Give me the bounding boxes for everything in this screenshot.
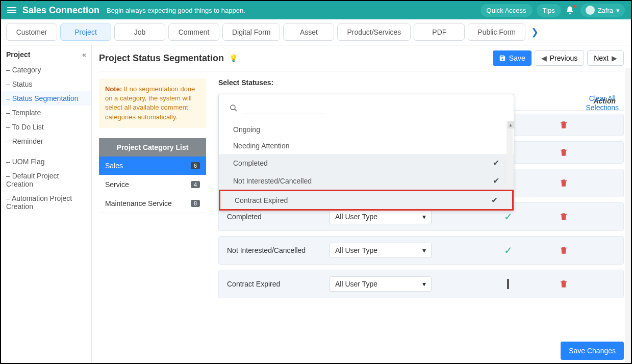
notification-dot — [573, 5, 576, 8]
select-statuses-label: Select Statuses: — [218, 79, 624, 87]
usertype-value: All User Type — [335, 280, 377, 288]
usertype-value: All User Type — [335, 213, 377, 221]
dropdown-item-label: Needing Attention — [233, 142, 290, 150]
category-name: Sales — [105, 162, 123, 170]
avatar-icon — [586, 6, 595, 15]
col-action: Action — [560, 97, 616, 105]
status-search-input[interactable] — [243, 101, 325, 114]
sidebar-item-status-segmentation[interactable]: – Status Segmentation — [1, 91, 91, 106]
sidebar-item-automation-project-creation[interactable]: – Automation Project Creation — [1, 191, 91, 214]
sidebar-item-reminder[interactable]: – Reminder — [1, 134, 91, 148]
trash-icon[interactable] — [559, 120, 615, 129]
next-button[interactable]: Next ▶ — [587, 50, 624, 66]
tab-product-services[interactable]: Product/Services — [337, 23, 411, 41]
sidebar-collapse-icon[interactable]: « — [82, 50, 86, 59]
sidebar-item-template[interactable]: – Template — [1, 106, 91, 120]
menu-icon[interactable] — [7, 7, 16, 13]
caret-left-icon: ◀ — [541, 54, 547, 62]
tips-button[interactable]: Tips — [537, 4, 561, 17]
trash-icon[interactable] — [559, 148, 615, 157]
status-name: Not Interested/Cancelled — [227, 246, 330, 254]
dropdown-item-completed[interactable]: Completed ✔ — [219, 154, 514, 172]
user-name: Zafra — [598, 7, 613, 14]
dropdown-item-label: Ongoing — [233, 125, 260, 134]
status-name: Contract Expired — [227, 280, 330, 288]
tab-pdf[interactable]: PDF — [414, 23, 465, 41]
usertype-dropdown[interactable]: All User Type ▾ — [330, 209, 432, 224]
dropdown-item-needing-attention[interactable]: Needing Attention — [219, 138, 514, 154]
tab-job[interactable]: Job — [114, 23, 165, 41]
check-icon[interactable]: ✓ — [457, 211, 559, 223]
previous-button[interactable]: ◀ Previous — [535, 50, 584, 66]
category-count: 4 — [191, 181, 200, 188]
topbar: Sales Connection Begin always expecting … — [1, 1, 631, 19]
svg-line-1 — [235, 109, 237, 111]
tagline: Begin always expecting good things to ha… — [107, 7, 245, 14]
sidebar-heading: Project — [6, 50, 30, 59]
save-button[interactable]: Save — [493, 50, 532, 66]
save-button-label: Save — [509, 54, 525, 62]
tabstrip-scroll-right[interactable]: ❯ — [528, 23, 542, 41]
category-row-sales[interactable]: Sales 6 — [99, 157, 206, 175]
sidebar-item-category[interactable]: – Category — [1, 63, 91, 77]
check-icon: ✔ — [493, 176, 499, 186]
dropdown-item-label: Not Interested/Cancelled — [233, 177, 312, 185]
svg-point-0 — [231, 105, 235, 110]
user-menu[interactable]: Zafra ▾ — [580, 4, 625, 17]
checkbox-unchecked[interactable] — [507, 279, 509, 289]
tab-public-form[interactable]: Public Form — [468, 23, 525, 41]
category-count: 8 — [191, 200, 200, 207]
check-icon[interactable]: ✓ — [457, 244, 559, 256]
trash-icon[interactable] — [559, 212, 615, 221]
category-name: Service — [105, 180, 129, 189]
lightbulb-icon[interactable]: 💡 — [229, 54, 238, 62]
tab-strip: Customer Project Job Comment Digital For… — [1, 19, 631, 45]
status-row-contract-expired: Contract Expired All User Type ▾ — [218, 270, 624, 298]
save-changes-button[interactable]: Save Changes — [561, 342, 624, 360]
sidebar-item-default-project-creation[interactable]: – Default Project Creation — [1, 169, 91, 191]
bell-icon[interactable] — [565, 6, 576, 15]
page-title: Project Status Segmentation — [99, 53, 224, 64]
check-icon: ✔ — [493, 158, 499, 168]
dropdown-item-contract-expired[interactable]: Contract Expired ✔ 5 — [219, 190, 514, 211]
trash-icon[interactable] — [559, 279, 615, 289]
status-dropdown: ▲ Ongoing Needing Attention Completed ✔ — [218, 94, 514, 211]
trash-icon[interactable] — [559, 246, 615, 255]
trash-icon[interactable] — [559, 178, 615, 188]
tab-project[interactable]: Project — [60, 23, 111, 41]
tab-digital-form[interactable]: Digital Form — [222, 23, 280, 41]
category-count: 6 — [191, 162, 200, 169]
dropdown-item-label: Completed — [233, 159, 268, 167]
dropdown-item-label: Contract Expired — [235, 196, 288, 204]
brand-name: Sales Connection — [22, 5, 99, 16]
sidebar-item-todo[interactable]: – To Do List — [1, 120, 91, 134]
note-label: Note: — [105, 85, 122, 93]
category-row-maintenance[interactable]: Maintenance Service 8 — [99, 194, 206, 213]
usertype-dropdown[interactable]: All User Type ▾ — [330, 243, 432, 258]
chevron-down-icon: ▾ — [616, 7, 620, 14]
tab-comment[interactable]: Comment — [168, 23, 219, 41]
content: Project Status Segmentation 💡 Save ◀ Pre… — [92, 45, 631, 363]
dropdown-item-ongoing[interactable]: Ongoing — [219, 121, 514, 138]
category-row-service[interactable]: Service 4 — [99, 175, 206, 194]
previous-button-label: Previous — [550, 54, 577, 62]
statuses-panel: Select Statuses: Clear All Selections St… — [218, 79, 624, 358]
chevron-down-icon: ▾ — [422, 246, 426, 254]
tab-customer[interactable]: Customer — [6, 23, 57, 41]
save-disk-icon — [499, 55, 506, 62]
category-list: Project Category List Sales 6 Service 4 … — [99, 138, 206, 213]
usertype-dropdown[interactable]: All User Type ▾ — [330, 276, 432, 292]
chevron-down-icon: ▾ — [422, 213, 426, 221]
sidebar-item-status[interactable]: – Status — [1, 77, 91, 91]
usertype-value: All User Type — [335, 246, 377, 254]
scroll-up-icon[interactable]: ▲ — [508, 121, 514, 128]
category-list-title: Project Category List — [99, 138, 206, 157]
dropdown-item-not-interested[interactable]: Not Interested/Cancelled ✔ — [219, 172, 514, 190]
caret-right-icon: ▶ — [612, 54, 617, 62]
tab-asset[interactable]: Asset — [283, 23, 334, 41]
note-box: Note: If no segmentation done on a categ… — [99, 79, 206, 128]
search-icon — [229, 103, 238, 113]
status-row-cancelled: Not Interested/Cancelled All User Type ▾… — [218, 236, 624, 265]
quick-access-button[interactable]: Quick Access — [481, 4, 533, 17]
sidebar-item-uom-flag[interactable]: – UOM Flag — [1, 154, 91, 169]
